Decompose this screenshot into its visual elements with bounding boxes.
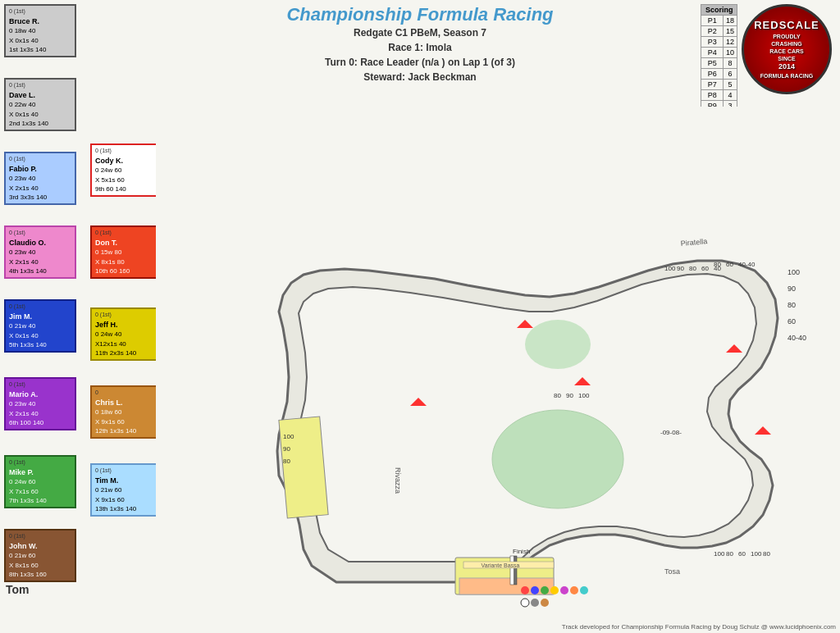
player-stat: 0 24w 40	[95, 330, 158, 339]
player-stat: 12th 1x3s 140	[95, 426, 158, 435]
svg-text:Finish: Finish	[513, 548, 530, 555]
svg-rect-3	[279, 417, 328, 518]
logo: REDSCALE PROUDLY CRASHING RACE CARS SINC…	[742, 4, 832, 94]
tom-label: Tom	[6, 583, 30, 596]
svg-text:80: 80	[689, 265, 696, 272]
svg-point-53	[525, 320, 591, 369]
logo-line3: CRASHING	[754, 40, 819, 48]
player-card-jeff: 0 (1st) Jeff H. 0 24w 40X12x1s 4011th 2x…	[90, 307, 162, 361]
player-name: Jeff H.	[95, 320, 158, 330]
player-card-bruce: 0 (1st) Bruce R. 0 18w 40X 0x1s 401st 1x…	[4, 4, 76, 57]
player-name: Chris L.	[95, 398, 158, 408]
main-title: Championship Formula Racing	[131, 4, 709, 25]
svg-text:Tosa: Tosa	[664, 567, 680, 576]
player-stat: 0 24w 60	[9, 477, 71, 486]
player-name: John W.	[9, 541, 71, 552]
card-position: 0 (1st)	[9, 155, 71, 163]
svg-text:90: 90	[283, 445, 290, 453]
player-name: Tim M.	[95, 476, 158, 486]
player-stat: X 9x1s 60	[95, 495, 158, 504]
player-stat: 13th 1x3s 140	[95, 504, 158, 513]
svg-point-22	[580, 586, 588, 594]
svg-point-23	[521, 599, 529, 607]
svg-text:80: 80	[714, 261, 721, 268]
svg-point-21	[570, 586, 578, 594]
player-stat: X 0x1s 40	[9, 331, 71, 340]
svg-text:100: 100	[714, 550, 725, 558]
player-card-fabio: 0 (1st) Fabio P. 0 23w 40X 2x1s 403rd 3x…	[4, 152, 76, 205]
card-position: 0 (1st)	[95, 147, 158, 155]
svg-point-52	[492, 410, 623, 508]
player-name: Claudio O.	[9, 238, 71, 248]
footer: Track developed for Championship Formula…	[164, 623, 836, 631]
card-position: 0 (1st)	[9, 458, 71, 467]
svg-text:80: 80	[283, 458, 290, 465]
player-stat: 4th 1x3s 140	[9, 266, 71, 276]
svg-text:60: 60	[738, 550, 746, 558]
player-name: Dave L.	[9, 90, 71, 101]
player-card-john: 0 (1st) John W. 0 21w 60X 8x1s 608th 1x3…	[4, 529, 76, 582]
player-name: Fabio P.	[9, 164, 71, 175]
player-name: Don T.	[95, 238, 158, 248]
card-position: 0 (1st)	[9, 303, 71, 311]
subtitle-4: Steward: Jack Beckman	[131, 70, 709, 84]
svg-point-20	[560, 586, 568, 594]
player-stat: 11th 2x3s 140	[95, 348, 158, 357]
card-position: 0	[95, 389, 158, 397]
player-name: Jim M.	[9, 312, 71, 322]
player-card-tim: 0 (1st) Tim M. 0 21w 60X 9x1s 6013th 1x3…	[90, 463, 162, 517]
svg-text:90: 90	[788, 285, 796, 293]
player-stat: 8th 1x3s 160	[9, 570, 71, 579]
player-stat: 0 22w 40	[9, 100, 71, 109]
player-stat: X12x1s 40	[95, 339, 158, 348]
player-name: Mario A.	[9, 389, 71, 400]
logo-line5: SINCE	[754, 55, 819, 62]
svg-point-24	[531, 599, 539, 607]
svg-text:60: 60	[701, 265, 709, 272]
card-position: 0 (1st)	[9, 532, 71, 540]
subtitle-1: Redgate C1 PBeM, Season 7	[131, 25, 709, 40]
card-position: 0 (1st)	[9, 81, 71, 89]
scoring-header: Scoring	[701, 5, 737, 16]
logo-line1: REDSCALE	[754, 19, 819, 33]
player-card-jim: 0 (1st) Jim M. 0 21w 40X 0x1s 405th 1x3s…	[4, 299, 76, 353]
subtitle-2: Race 1: Imola	[131, 40, 709, 55]
player-stat: 3rd 3x3s 140	[9, 193, 71, 202]
player-stat: 6th 100 140	[9, 418, 71, 427]
player-stat: 0 21w 60	[9, 551, 71, 560]
svg-text:80: 80	[763, 550, 770, 558]
footer-text: Track developed for Championship Formula…	[562, 623, 836, 631]
svg-text:Rivazza: Rivazza	[394, 467, 402, 494]
player-stat: 0 23w 40	[9, 248, 71, 257]
svg-point-18	[541, 586, 549, 594]
svg-text:-09-08-: -09-08-	[660, 429, 682, 436]
player-stat: 0 18w 40	[9, 26, 71, 35]
card-position: 0 (1st)	[9, 380, 71, 389]
player-stat: X 9x1s 60	[95, 417, 158, 426]
player-card-don: 0 (1st) Don T. 0 15w 80X 8x1s 8010th 60 …	[90, 225, 162, 279]
svg-text:100: 100	[751, 550, 762, 558]
logo-line6: 2014	[754, 62, 819, 72]
svg-text:90: 90	[566, 392, 573, 399]
player-stat: 0 18w 60	[95, 408, 158, 417]
player-stat: 10th 60 160	[95, 266, 158, 276]
player-stat: X 8x1s 60	[9, 561, 71, 570]
player-card-mario: 0 (1st) Mario A. 0 23w 40X 2x1s 406th 10…	[4, 377, 76, 430]
player-card-dave: 0 (1st) Dave L. 0 22w 40X 0x1s 402nd 1x3…	[4, 78, 76, 131]
player-stat: 1st 1x3s 140	[9, 45, 71, 54]
player-stat: X 8x1s 80	[95, 257, 158, 266]
card-position: 0 (1st)	[95, 229, 158, 237]
subtitle-3: Turn 0: Race Leader (n/a ) on Lap 1 (of …	[131, 55, 709, 70]
player-card-claudio: 0 (1st) Claudio O. 0 23w 40X 2x1s 404th …	[4, 225, 76, 279]
player-name: Mike P.	[9, 467, 71, 478]
player-stat: 0 23w 40	[9, 399, 71, 408]
player-stat: 0 23w 40	[9, 174, 71, 183]
player-name: Cody K.	[95, 156, 158, 166]
player-stat: X 2x1s 40	[9, 184, 71, 193]
svg-text:40-40: 40-40	[738, 261, 756, 268]
player-stat: X 5x1s 60	[95, 175, 158, 184]
svg-text:80: 80	[726, 550, 733, 558]
player-stat: X 2x1s 40	[9, 257, 71, 266]
svg-text:100: 100	[283, 433, 294, 440]
svg-text:90: 90	[677, 265, 684, 272]
